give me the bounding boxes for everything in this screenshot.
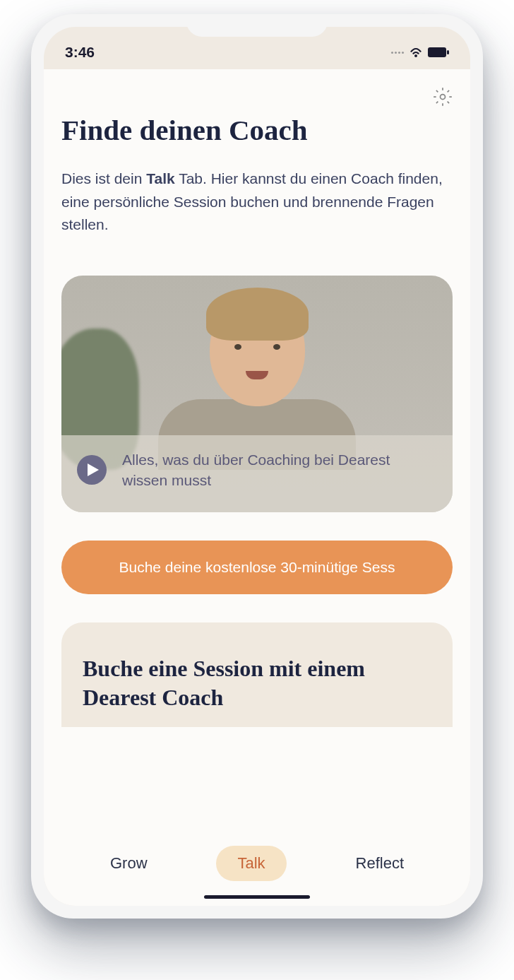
svg-point-2 [441,95,446,100]
gear-icon [433,87,453,107]
phone-notch [186,14,328,37]
page-title: Finde deinen Coach [61,113,453,148]
status-icons [391,47,449,58]
play-button[interactable] [77,455,107,485]
tab-grow[interactable]: Grow [89,846,169,881]
intro-text: Dies ist dein Talk Tab. Hier kannst du e… [61,167,453,237]
settings-button[interactable] [433,87,453,110]
battery-icon [428,47,449,57]
intro-part1: Dies ist dein [61,170,146,187]
tab-bar: Grow Talk Reflect [44,835,470,906]
book-session-section: Buche eine Session mit einem Dearest Coa… [61,622,453,727]
main-content[interactable]: Finde deinen Coach Dies ist dein Talk Ta… [44,69,470,835]
home-indicator[interactable] [204,895,310,899]
phone-screen: 3:46 [44,27,470,906]
wifi-icon [409,47,423,58]
svg-rect-0 [428,47,446,57]
book-session-button[interactable]: Buche deine kostenlose 30-minütige Sess [61,541,453,594]
video-card[interactable]: Alles, was du über Coaching bei Dearest … [61,276,453,512]
section-title: Buche eine Session mit einem Dearest Coa… [83,654,431,713]
svg-rect-1 [447,50,449,54]
phone-frame: 3:46 [31,14,483,919]
video-overlay: Alles, was du über Coaching bei Dearest … [61,435,453,512]
tab-reflect[interactable]: Reflect [335,846,425,881]
cellular-dots-icon [391,52,404,54]
tab-talk[interactable]: Talk [216,846,286,881]
play-icon [88,464,99,476]
status-time: 3:46 [65,44,95,61]
intro-bold: Talk [146,170,174,187]
video-caption: Alles, was du über Coaching bei Dearest … [122,449,437,491]
